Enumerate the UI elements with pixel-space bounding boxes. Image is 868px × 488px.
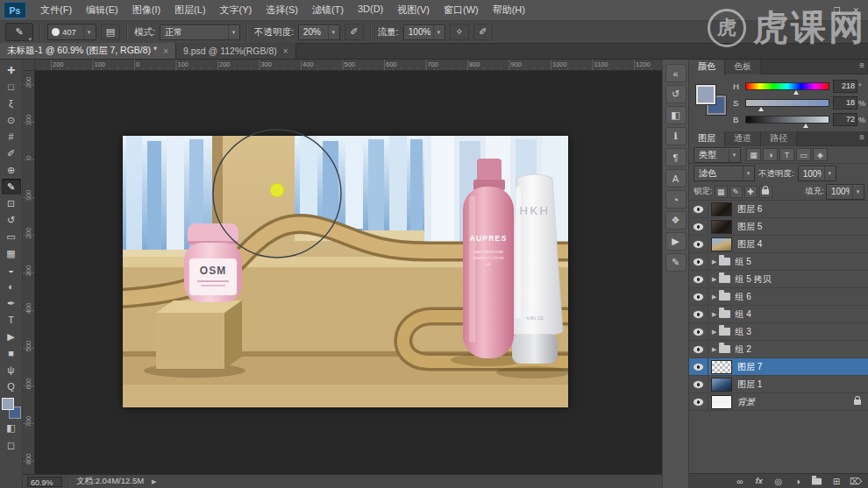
new-group-icon[interactable] — [811, 477, 823, 485]
filter-smart-object-icon[interactable]: ◈ — [813, 148, 828, 161]
menu-item-6[interactable]: 滤镜(T) — [305, 0, 351, 20]
eyedropper-tool[interactable]: ✐ — [2, 145, 21, 161]
healing-brush-tool[interactable]: ⊕ — [2, 162, 21, 178]
visibility-toggle[interactable] — [689, 358, 708, 375]
window-close-button[interactable]: ✕ — [852, 6, 859, 15]
tab-close-icon[interactable]: × — [163, 46, 168, 56]
layer-row-1[interactable]: 图层 5 — [689, 218, 868, 236]
brush-panel-icon[interactable]: ✎ — [665, 253, 687, 272]
path-selection-tool[interactable]: ▶ — [2, 329, 21, 344]
visibility-toggle[interactable] — [689, 288, 708, 305]
layer-thumbnail[interactable] — [711, 220, 732, 234]
marquee-tool[interactable]: □ — [2, 79, 21, 95]
visibility-toggle[interactable] — [689, 271, 708, 287]
group-expand-icon[interactable]: ▶ — [712, 294, 716, 301]
lasso-tool[interactable]: ξ — [2, 95, 21, 111]
slider-track[interactable] — [745, 99, 829, 107]
layer-row-8[interactable]: ▶组 2 — [689, 341, 868, 358]
info-panel-icon[interactable]: ℹ — [665, 127, 687, 145]
slider-handle[interactable] — [758, 104, 764, 111]
tab-close-icon[interactable]: × — [283, 46, 288, 56]
ruler-vertical[interactable]: 2001000100200300400500600700800 — [23, 71, 35, 474]
layer-row-0[interactable]: 图层 6 — [689, 201, 868, 218]
screen-mode-button[interactable]: ◻ — [2, 437, 21, 453]
blur-tool[interactable]: ◒ — [2, 262, 21, 278]
quick-selection-tool[interactable]: ⊙ — [2, 112, 21, 128]
layer-row-11[interactable]: 背景 — [689, 393, 868, 411]
visibility-toggle[interactable] — [689, 341, 708, 357]
layer-row-10[interactable]: 图层 1 — [689, 376, 868, 393]
slider-track[interactable] — [745, 116, 829, 124]
filter-type-icon[interactable]: T — [779, 148, 794, 161]
delete-layer-icon[interactable]: ⌦ — [850, 477, 862, 486]
paragraph-panel-icon[interactable]: ¶ — [665, 148, 687, 166]
menu-item-0[interactable]: 文件(F) — [33, 0, 79, 20]
document-tab-0[interactable]: 未标题-1 @ 60.9% (图层 7, RGB/8) *× — [0, 43, 176, 59]
clone-stamp-tool[interactable]: ⊡ — [2, 195, 21, 211]
layer-thumbnail[interactable] — [711, 395, 732, 409]
dodge-tool[interactable]: ◐ — [2, 279, 21, 294]
layer-thumbnail[interactable] — [711, 237, 732, 251]
layer-style-icon[interactable]: fx — [753, 477, 765, 485]
group-expand-icon[interactable]: ▶ — [712, 258, 716, 265]
visibility-toggle[interactable] — [689, 323, 708, 340]
pressure-opacity-icon[interactable]: ✐ — [345, 24, 364, 40]
link-layers-icon[interactable]: ∞ — [734, 477, 746, 486]
hand-tool[interactable]: ψ — [2, 362, 21, 378]
slider-value[interactable]: 18 — [833, 96, 857, 110]
layer-thumbnail[interactable] — [711, 378, 732, 392]
filter-adjustment-icon[interactable]: ◑ — [763, 148, 778, 161]
visibility-toggle[interactable] — [689, 376, 708, 393]
layer-row-2[interactable]: 图层 4 — [689, 236, 868, 253]
menu-item-7[interactable]: 3D(D) — [351, 0, 390, 20]
pen-tool[interactable]: ✒ — [2, 295, 21, 311]
group-expand-icon[interactable]: ▶ — [712, 329, 716, 336]
gradient-tool[interactable]: ▦ — [2, 245, 21, 261]
color-panel-tab-0[interactable]: 颜色 — [689, 60, 725, 74]
slider-value[interactable]: 218 — [833, 80, 857, 93]
menu-item-8[interactable]: 视图(V) — [390, 0, 437, 20]
document-canvas[interactable]: OSM HKH 4.6FL OZ — [123, 136, 568, 407]
slider-track[interactable] — [745, 82, 829, 90]
properties-panel-icon[interactable]: ◧ — [665, 106, 687, 124]
status-menu-arrow[interactable]: ▶ — [152, 478, 156, 485]
opacity-select[interactable]: 20% ▾ — [298, 25, 340, 40]
filter-pixel-icon[interactable]: ▦ — [746, 148, 761, 161]
group-expand-icon[interactable]: ▶ — [712, 311, 716, 318]
lock-position-icon[interactable]: ✚ — [744, 186, 758, 198]
canvas-viewport[interactable]: OSM HKH 4.6FL OZ — [35, 71, 662, 474]
airbrush-icon[interactable]: ✧ — [450, 24, 469, 40]
visibility-toggle[interactable] — [689, 236, 708, 252]
fill-select[interactable]: 100% ▾ — [826, 184, 864, 200]
history-panel-icon[interactable]: ↺ — [665, 85, 687, 103]
visibility-toggle[interactable] — [689, 306, 708, 322]
character-panel-icon[interactable]: A — [665, 169, 687, 187]
layers-panel-tab-0[interactable]: 图层 — [689, 131, 725, 146]
ruler-horizontal[interactable]: 2001000100200300400500600700800900100011… — [35, 60, 662, 71]
layers-panel-tab-1[interactable]: 通道 — [725, 131, 761, 146]
filter-shape-icon[interactable]: ▭ — [796, 148, 811, 161]
shape-tool[interactable]: ■ — [2, 345, 21, 361]
menu-item-1[interactable]: 编辑(E) — [79, 0, 125, 20]
slider-value[interactable]: 72 — [833, 113, 857, 126]
menu-item-4[interactable]: 文字(Y) — [213, 0, 260, 20]
menu-item-2[interactable]: 图像(I) — [125, 0, 167, 20]
panel-menu-icon[interactable]: ≡ — [859, 60, 864, 70]
adjustment-layer-icon[interactable]: ◑ — [792, 477, 804, 486]
brush-preset-picker[interactable]: 407 ▾ — [47, 24, 96, 40]
actions-panel-icon[interactable]: ▶ — [665, 232, 687, 251]
layer-row-7[interactable]: ▶组 3 — [689, 323, 868, 341]
lock-transparency-icon[interactable]: ▦ — [715, 186, 728, 198]
tool-preset-picker[interactable]: ✎ ▾ — [5, 23, 33, 41]
zoom-level-field[interactable]: 60.9% — [27, 477, 62, 487]
panel-menu-icon[interactable]: ≡ — [859, 132, 864, 142]
layer-row-4[interactable]: ▶组 5 拷贝 — [689, 271, 868, 288]
window-restore-button[interactable]: ❐ — [833, 6, 840, 15]
menu-item-9[interactable]: 窗口(W) — [437, 0, 486, 20]
layers-panel-tab-2[interactable]: 路径 — [761, 131, 797, 146]
crop-tool[interactable]: # — [2, 129, 21, 145]
new-layer-icon[interactable]: ⊞ — [830, 477, 843, 486]
filter-type-select[interactable]: 类型 ▾ — [694, 147, 741, 163]
layer-row-6[interactable]: ▶组 4 — [689, 306, 868, 323]
collapse-dock-icon[interactable]: « — [665, 64, 687, 82]
